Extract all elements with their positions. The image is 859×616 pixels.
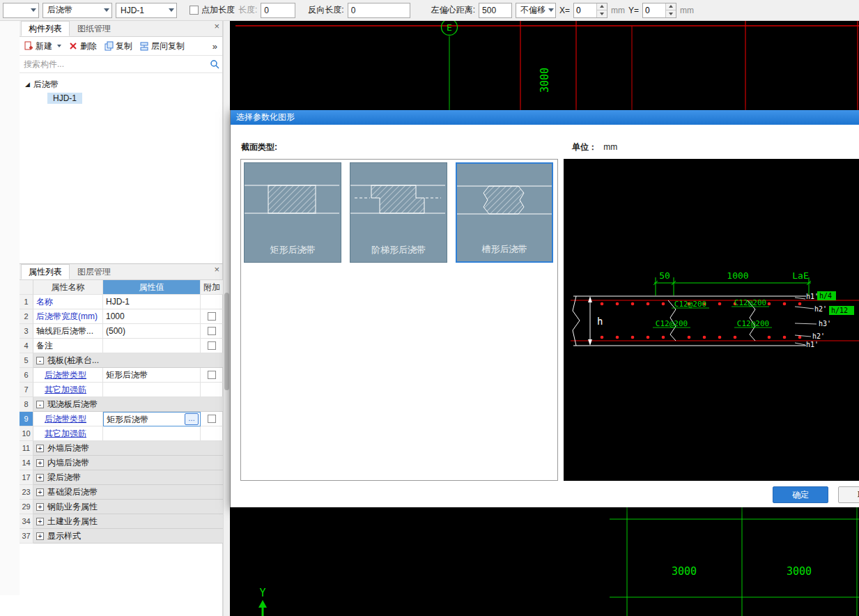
element-type-dropdown[interactable]: 后浇带 [42, 3, 112, 18]
search-icon[interactable] [210, 59, 219, 69]
expand-icon[interactable]: + [36, 445, 44, 452]
table-group-row[interactable]: 14 + 内墙后浇带 [20, 456, 222, 470]
left-offset-label: 左偏心距离: [431, 4, 475, 16]
attach-checkbox[interactable] [208, 312, 216, 321]
search-input[interactable] [22, 59, 210, 70]
break-symbol [573, 296, 580, 346]
table-row[interactable]: 4 备注 [20, 339, 222, 353]
expand-icon[interactable]: + [36, 503, 44, 511]
table-group-row[interactable]: 8 - 现浇板后浇带 [20, 397, 222, 412]
spinner-down-icon[interactable] [666, 10, 676, 17]
component-tree: ◢ 后浇带 HJD-1 [20, 73, 222, 104]
chevron-down-icon [169, 8, 174, 12]
table-group-row[interactable]: 34 + 土建业务属性 [20, 514, 222, 529]
header-attach-cell: 附加 [201, 280, 223, 295]
tab-component-list[interactable]: 构件列表 [21, 21, 70, 36]
property-panel: × 属性列表 图层管理 属性名称 属性值 附加 1 名称 HJD-1 2 后浇带… [20, 263, 223, 616]
unit-label: 单位： [572, 142, 597, 152]
value-cell-editing[interactable]: 矩形后浇带 … [103, 412, 201, 426]
attach-checkbox[interactable] [208, 371, 216, 379]
point-add-length-checkbox[interactable] [189, 6, 199, 15]
dialog-body: 截面类型: 单位： mm 矩形后浇带 [231, 125, 859, 507]
tab-drawing-management[interactable]: 图纸管理 [70, 21, 118, 36]
table-group-row[interactable]: 29 + 钢筋业务属性 [20, 500, 222, 514]
collapse-icon[interactable]: - [36, 357, 44, 364]
stepped-section-drawing [350, 163, 445, 236]
chevron-down-icon [548, 8, 554, 12]
close-icon[interactable]: × [214, 265, 219, 274]
delete-component-button[interactable]: 删除 [66, 39, 99, 54]
panel-scrollbar[interactable] [223, 21, 230, 616]
attach-checkbox[interactable] [208, 415, 216, 423]
attach-checkbox[interactable] [208, 327, 216, 335]
spinner-up-icon[interactable] [666, 3, 676, 10]
parametric-preview-canvas[interactable]: 50 1000 LaE h [564, 159, 859, 481]
left-offset-input[interactable] [479, 3, 512, 18]
parametric-graphic-dialog: 选择参数化图形 截面类型: 单位： mm 矩形后浇带 [230, 110, 859, 507]
svg-text:C12@200: C12@200 [656, 319, 688, 328]
left-dock-strip [0, 0, 20, 595]
expand-icon[interactable]: + [36, 459, 44, 467]
section-card-channel[interactable]: 槽形后浇带 [456, 162, 553, 263]
dialog-title-bar[interactable]: 选择参数化图形 [231, 110, 859, 125]
cancel-button[interactable]: 取消 [838, 486, 859, 503]
y-coordinate-stepper[interactable] [642, 3, 676, 18]
recent-elements-dropdown[interactable] [3, 3, 39, 18]
rectangular-section-drawing [245, 163, 339, 236]
tree-item-hjd1[interactable]: HJD-1 [47, 93, 82, 104]
component-toolbar: 新建 删除 复制 层间复制 » [20, 37, 222, 56]
ok-button[interactable]: 确定 [773, 486, 828, 503]
expand-icon[interactable]: + [36, 488, 44, 496]
copy-icon [104, 41, 114, 51]
y-coordinate-input[interactable] [643, 3, 665, 17]
tab-layer-management[interactable]: 图层管理 [70, 264, 118, 279]
collapse-icon[interactable]: - [36, 401, 44, 408]
ellipsis-button[interactable]: … [185, 413, 199, 425]
x-coordinate-stepper[interactable] [573, 3, 608, 18]
table-row[interactable]: 3 轴线距后浇带... (500) [20, 324, 222, 339]
table-group-row[interactable]: 11 + 外墙后浇带 [20, 441, 222, 456]
spinner-up-icon[interactable] [597, 3, 607, 10]
copy-component-button[interactable]: 复制 [102, 39, 134, 54]
table-row[interactable]: 2 后浇带宽度(mm) 1000 [20, 309, 222, 324]
component-panel-tabs: 构件列表 图纸管理 [20, 21, 222, 37]
reverse-length-input[interactable] [348, 3, 410, 18]
new-button-label: 新建 [36, 40, 52, 52]
unit-value: mm [603, 142, 617, 152]
element-name-dropdown[interactable]: HJD-1 [116, 3, 177, 18]
table-group-row[interactable]: 23 + 基础梁后浇带 [20, 485, 222, 500]
top-toolbar: 后浇带 HJD-1 点加长度 长度: 反向长度: 左偏心距离: 不偏移 X= m… [0, 0, 859, 21]
x-coordinate-input[interactable] [574, 3, 596, 17]
reverse-length-label: 反向长度: [308, 4, 343, 16]
copy-between-floors-button[interactable]: 层间复制 [137, 39, 187, 54]
offset-mode-dropdown[interactable]: 不偏移 [516, 3, 556, 18]
svg-text:h3': h3' [819, 320, 831, 328]
section-card-stepped[interactable]: 阶梯形后浇带 [350, 162, 447, 263]
scrollbar-thumb[interactable] [224, 293, 229, 390]
table-row[interactable]: 10 其它加强筋 [20, 426, 222, 441]
tab-property-list[interactable]: 属性列表 [21, 264, 70, 279]
tree-root-label: 后浇带 [33, 79, 59, 91]
table-group-row[interactable]: 5 - 筏板(桩承台... [20, 353, 222, 368]
close-icon[interactable]: × [214, 22, 219, 31]
table-row-selected[interactable]: 9 后浇带类型 矩形后浇带 … [20, 412, 222, 426]
expand-icon[interactable]: + [36, 474, 44, 482]
table-row[interactable]: 7 其它加强筋 [20, 383, 222, 397]
tree-expander-icon[interactable]: ◢ [25, 81, 30, 88]
length-input[interactable] [261, 3, 295, 18]
y-unit-label: mm [680, 6, 694, 15]
spinner-down-icon[interactable] [597, 10, 607, 17]
table-group-row[interactable]: 37 + 显示样式 [20, 529, 222, 544]
cad-drawing-canvas[interactable]: E 3000 3000 3000 Y 选择参数化图形 截面类型: 单位： mm [230, 21, 859, 616]
toolbar-overflow-button[interactable]: » [212, 41, 220, 52]
table-row[interactable]: 6 后浇带类型 矩形后浇带 [20, 368, 222, 383]
tree-node-houjiaodai[interactable]: ◢ 后浇带 [20, 77, 222, 91]
expand-icon[interactable]: + [36, 518, 44, 525]
attach-checkbox[interactable] [208, 341, 216, 350]
table-row[interactable]: 1 名称 HJD-1 [20, 295, 222, 309]
section-card-rectangular[interactable]: 矩形后浇带 [244, 162, 341, 263]
table-group-row[interactable]: 17 + 梁后浇带 [20, 470, 222, 485]
y-coordinate-label: Y= [628, 6, 639, 15]
expand-icon[interactable]: + [36, 532, 44, 540]
new-component-button[interactable]: 新建 [22, 39, 63, 54]
